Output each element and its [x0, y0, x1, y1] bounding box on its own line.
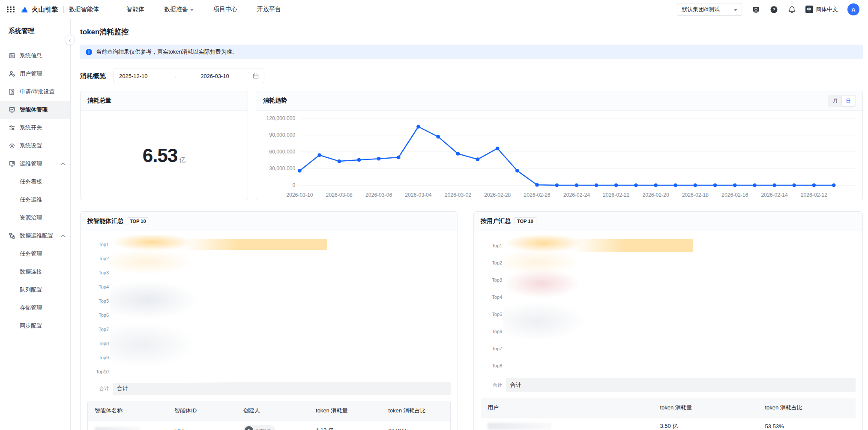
sidebar-item-resource-governance[interactable]: 资源治理 — [0, 209, 70, 227]
top-cards-row: 消耗总量 6.53 亿 消耗趋势 月日 030,000,00060,000, — [80, 91, 863, 200]
svg-text:2026-02-28: 2026-02-28 — [484, 192, 511, 198]
user-table: 用户token 消耗量token 消耗占比3.50 亿53.53%TestUse… — [481, 398, 856, 430]
bar-track — [506, 357, 856, 374]
nav-left: 火山引擎 数据智能体 — [7, 5, 99, 14]
agent-summary-card: 按智能体汇总TOP 10 Top1Top2Top3Top4Top5Top6Top… — [80, 211, 458, 430]
sidebar-item-ops-management[interactable]: 运维管理 — [0, 155, 70, 173]
sidebar-item-queue-config[interactable]: 队列配置 — [0, 281, 70, 299]
redacted-text-block — [95, 427, 141, 430]
nav-item-data-prep[interactable]: 数据准备 — [164, 6, 194, 13]
sidebar-item-label: 任务管理 — [20, 250, 42, 258]
bar-row-label: Top9 — [87, 355, 113, 360]
bar-row-top8: Top8 — [481, 357, 856, 374]
sidebar-item-system-info[interactable]: 系统信息 — [0, 47, 70, 65]
toggle-month-button[interactable]: 月 — [829, 96, 842, 106]
app-window: 火山引擎 数据智能体 智能体数据准备项目中心开放平台 默认集团/d测试 ? 中 … — [0, 0, 868, 430]
person-avatar-icon — [245, 426, 253, 430]
bar-track — [506, 237, 856, 254]
total-card-title: 消耗总量 — [87, 97, 111, 105]
help-icon[interactable]: ? — [769, 5, 778, 14]
sidebar-item-task-ops[interactable]: 任务运维 — [0, 191, 70, 209]
table-header-cell: 智能体名称 — [88, 401, 168, 421]
bar-row-label: Top4 — [87, 284, 113, 289]
table-header-cell: token 消耗量 — [309, 401, 381, 421]
sidebar-item-label: 系统信息 — [20, 52, 42, 60]
language-switcher[interactable]: 中 简体中文 — [805, 6, 838, 13]
user-total-row: 合计 合计 — [481, 378, 856, 392]
product-name: 数据智能体 — [69, 6, 99, 13]
main-content: token消耗监控 i 当前查询结果仅供参考，真实token消耗以实际扣费为准。… — [71, 19, 868, 430]
bar-row-top8: Top8 — [87, 336, 451, 350]
user-summary-header: 按用户汇总TOP 10 — [474, 212, 862, 231]
user-avatar[interactable]: A — [847, 3, 859, 15]
svg-text:120,000,000: 120,000,000 — [266, 115, 296, 121]
nav-item-label: 数据准备 — [164, 6, 188, 13]
nav-item-open-platform[interactable]: 开放平台 — [257, 6, 281, 13]
date-start[interactable]: 2025-12-10 — [119, 73, 148, 79]
sidebar-collapse-button[interactable]: ‹ — [65, 35, 75, 45]
switches-icon — [9, 124, 15, 131]
agent-table: 智能体名称智能体ID创建人token 消耗量token 消耗占比537admin… — [88, 401, 450, 430]
date-end[interactable]: 2026-03-10 — [201, 73, 229, 79]
sidebar-item-system-switch[interactable]: 系统开关 — [0, 119, 70, 137]
agent-summary-body: Top1Top2Top3Top4Top5Top6Top7Top8Top9Top1… — [81, 231, 458, 430]
table-header-cell: 创建人 — [236, 401, 309, 421]
trend-card-title: 消耗趋势 — [263, 97, 287, 105]
table-header-row: 智能体名称智能体ID创建人token 消耗量token 消耗占比 — [88, 401, 450, 421]
nav-item-agent[interactable]: 智能体 — [126, 6, 144, 13]
sidebar-item-storage-management[interactable]: 存储管理 — [0, 299, 70, 317]
top-nav: 火山引擎 数据智能体 智能体数据准备项目中心开放平台 默认集团/d测试 ? 中 … — [0, 0, 868, 19]
sidebar-item-sync-config[interactable]: 同步配置 — [0, 317, 70, 335]
nav-item-label: 智能体 — [126, 6, 144, 13]
toggle-day-button[interactable]: 日 — [842, 96, 855, 106]
bar-row-label: Top3 — [87, 270, 113, 275]
user-table-container: 用户token 消耗量token 消耗占比3.50 亿53.53%TestUse… — [481, 398, 856, 430]
bar-row-top1: Top1 — [481, 237, 856, 254]
sidebar-item-agent-management[interactable]: 智能体管理 — [0, 101, 70, 119]
token-amount-cell: 4.13 亿 — [309, 421, 381, 430]
sidebar-item-system-settings[interactable]: 系统设置 — [0, 137, 70, 155]
trend-line-chart: 030,000,00060,000,00090,000,000120,000,0… — [260, 111, 859, 201]
calendar-icon[interactable] — [253, 73, 259, 79]
agent-top10-badge: TOP 10 — [127, 217, 149, 225]
agent-summary-header: 按智能体汇总TOP 10 — [81, 212, 458, 231]
creator-name: admin — [256, 427, 271, 430]
notification-bell-icon[interactable] — [787, 5, 796, 14]
bar-row-label: Top5 — [481, 312, 506, 317]
bar-track — [113, 336, 451, 350]
token-percent-cell: 63.31% — [381, 421, 450, 430]
sidebar-item-data-connection[interactable]: 数据连接 — [0, 263, 70, 281]
bar-row-label: Top8 — [481, 363, 506, 368]
brand-logo-row[interactable]: 火山引擎 — [20, 5, 58, 14]
bar-row-top2: Top2 — [481, 254, 856, 271]
sidebar-item-approval-settings[interactable]: 申请/审批设置 — [0, 83, 70, 101]
nav-item-project-center[interactable]: 项目中心 — [213, 6, 237, 13]
org-select[interactable]: 默认集团/d测试 — [677, 3, 742, 16]
sidebar-item-data-ops-config[interactable]: 数据运维配置 — [0, 227, 70, 245]
svg-text:2026-03-02: 2026-03-02 — [445, 192, 472, 198]
sidebar-item-user-management[interactable]: 用户管理 — [0, 65, 70, 83]
nav-divider — [63, 6, 64, 13]
trend-card-header: 消耗趋势 月日 — [256, 91, 862, 111]
svg-text:2026-02-22: 2026-02-22 — [603, 192, 630, 198]
svg-text:2026-03-08: 2026-03-08 — [326, 192, 353, 198]
sidebar-item-label: 系统开关 — [20, 124, 42, 132]
sidebar-item-task-management[interactable]: 任务管理 — [0, 245, 70, 263]
console-icon[interactable] — [751, 5, 760, 14]
bar-track — [113, 237, 451, 251]
bar-row-label: Top7 — [87, 327, 113, 332]
bar-row-top5: Top5 — [87, 294, 451, 308]
svg-text:2026-02-20: 2026-02-20 — [642, 192, 669, 198]
org-select-value: 默认集团/d测试 — [682, 6, 720, 13]
agent-bar-chart: Top1Top2Top3Top4Top5Top6Top7Top8Top9Top1… — [87, 237, 451, 395]
sidebar-item-label: 系统设置 — [20, 142, 42, 150]
total-card-body: 6.53 亿 — [81, 111, 248, 200]
sidebar-item-task-board[interactable]: 任务看板 — [0, 173, 70, 191]
bar-row-top6: Top6 — [481, 323, 856, 340]
app-grid-icon[interactable] — [7, 6, 15, 13]
sidebar-item-label: 队列配置 — [20, 286, 42, 294]
sidebar-item-label: 存储管理 — [20, 304, 42, 312]
bar-row-label: Top6 — [87, 313, 113, 318]
sidebar-item-label: 运维管理 — [20, 160, 42, 168]
date-range-picker[interactable]: 2025-12-10 → 2026-03-10 — [114, 69, 264, 83]
